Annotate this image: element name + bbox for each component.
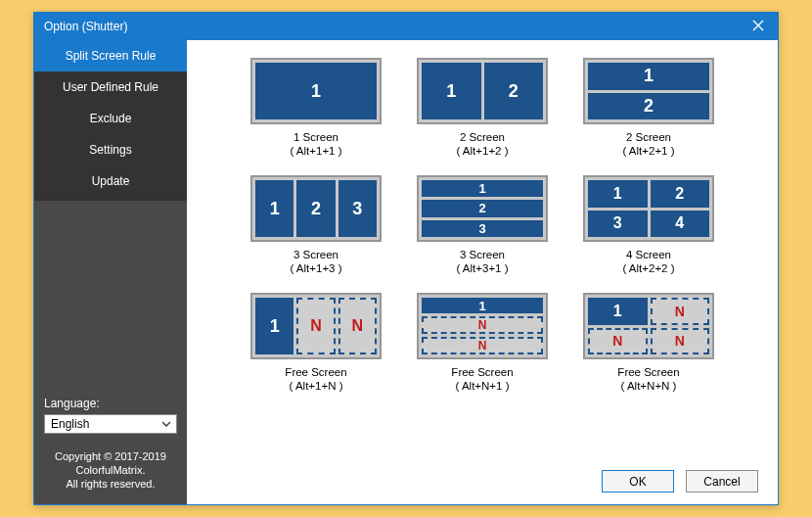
pane: 2 <box>588 93 709 120</box>
pane: 1 <box>588 180 648 208</box>
rule-diagram: 1 N N N <box>583 293 714 359</box>
pane-free: N <box>296 298 335 354</box>
rule-shortcut: ( Alt+N+1 ) <box>451 379 513 393</box>
rule-item-2screen-h[interactable]: 1 2 2 Screen ( Alt+1+2 ) <box>408 58 557 158</box>
copyright-line: Copyright © 2017-2019 <box>44 449 177 463</box>
pane: 1 <box>255 63 377 119</box>
sidebar-item-label: Update <box>92 174 130 188</box>
window-title: Option (Shutter) <box>44 20 739 33</box>
rule-caption: Free Screen ( Alt+N+1 ) <box>451 365 513 393</box>
pane: 3 <box>588 211 648 238</box>
rule-caption: 2 Screen ( Alt+2+1 ) <box>622 130 674 158</box>
rule-item-3screen-v[interactable]: 1 2 3 3 Screen ( Alt+3+1 ) <box>408 175 557 275</box>
pane-free: N <box>422 337 543 354</box>
sidebar: Split Screen Rule User Defined Rule Excl… <box>34 40 187 504</box>
rule-caption: 4 Screen ( Alt+2+2 ) <box>622 248 674 275</box>
chevron-down-icon <box>160 418 172 430</box>
language-value: English <box>51 417 89 431</box>
rule-diagram: 1 <box>250 58 382 124</box>
rule-title: Free Screen <box>617 365 679 379</box>
rule-caption: Free Screen ( Alt+1+N ) <box>285 365 346 393</box>
rule-item-free-1n[interactable]: 1 N N Free Screen ( Alt+1+N ) <box>242 293 390 393</box>
rule-diagram: 1 2 3 <box>250 175 382 242</box>
rule-shortcut: ( Alt+N+N ) <box>617 379 679 393</box>
sidebar-nav: Split Screen Rule User Defined Rule Excl… <box>34 40 187 201</box>
close-button[interactable] <box>739 13 778 40</box>
pane: 3 <box>338 180 377 237</box>
rule-item-free-n1[interactable]: 1 N N Free Screen ( Alt+N+1 ) <box>408 293 557 393</box>
copyright-line: ColorfulMatrix. <box>44 463 177 477</box>
rule-item-3screen-h[interactable]: 1 2 3 3 Screen ( Alt+1+3 ) <box>242 175 390 275</box>
pane: 1 <box>255 180 293 237</box>
ok-button[interactable]: OK <box>602 470 674 493</box>
pane: 1 <box>422 180 543 197</box>
option-window: Option (Shutter) Split Screen Rule User … <box>33 12 779 505</box>
rule-item-1screen[interactable]: 1 1 Screen ( Alt+1+1 ) <box>242 58 390 158</box>
pane: 3 <box>422 220 543 237</box>
rule-title: Free Screen <box>285 365 346 379</box>
pane: 2 <box>296 180 335 237</box>
sidebar-item-label: Settings <box>89 143 131 157</box>
rule-grid: 1 1 Screen ( Alt+1+1 ) 1 2 2 Screen <box>208 58 756 393</box>
rule-shortcut: ( Alt+1+1 ) <box>290 144 341 158</box>
rule-caption: 3 Screen ( Alt+1+3 ) <box>290 248 341 275</box>
sidebar-item-split-rule[interactable]: Split Screen Rule <box>34 40 187 71</box>
sidebar-item-settings[interactable]: Settings <box>34 134 187 165</box>
cancel-button[interactable]: Cancel <box>686 470 758 493</box>
pane-free: N <box>651 298 710 325</box>
rule-shortcut: ( Alt+2+1 ) <box>622 144 674 158</box>
rule-title: Free Screen <box>451 365 513 379</box>
rule-caption: 3 Screen ( Alt+3+1 ) <box>456 248 508 275</box>
pane-free: N <box>588 328 648 355</box>
rule-caption: Free Screen ( Alt+N+N ) <box>617 365 679 393</box>
pane: 2 <box>651 180 710 208</box>
copyright: Copyright © 2017-2019 ColorfulMatrix. Al… <box>44 449 177 491</box>
sidebar-item-update[interactable]: Update <box>34 165 187 197</box>
window-body: Split Screen Rule User Defined Rule Excl… <box>34 40 778 504</box>
rule-shortcut: ( Alt+2+2 ) <box>622 261 674 275</box>
rule-title: 2 Screen <box>622 130 674 144</box>
rule-diagram: 1 N N <box>250 293 382 359</box>
pane: 1 <box>422 63 481 119</box>
rule-caption: 2 Screen ( Alt+1+2 ) <box>456 130 508 158</box>
main-panel: 1 1 Screen ( Alt+1+1 ) 1 2 2 Screen <box>187 40 778 504</box>
pane-free: N <box>338 298 377 354</box>
rule-item-4screen[interactable]: 1 2 3 4 4 Screen ( Alt+2+2 ) <box>574 175 723 275</box>
pane: 1 <box>422 298 543 313</box>
rule-diagram: 1 2 3 <box>417 175 548 242</box>
pane: 1 <box>588 298 648 325</box>
pane: 4 <box>651 211 710 238</box>
rule-diagram: 1 2 <box>583 58 714 124</box>
rule-diagram: 1 2 3 4 <box>583 175 714 242</box>
rule-shortcut: ( Alt+1+2 ) <box>456 144 508 158</box>
rule-item-free-nn[interactable]: 1 N N N Free Screen ( Alt+N+N ) <box>574 293 723 393</box>
pane-free: N <box>651 328 710 355</box>
sidebar-item-label: Exclude <box>90 112 132 125</box>
rule-shortcut: ( Alt+3+1 ) <box>456 261 508 275</box>
sidebar-spacer <box>34 201 187 387</box>
pane: 2 <box>422 200 543 216</box>
close-icon <box>752 19 764 34</box>
sidebar-bottom: Language: English Copyright © 2017-2019 … <box>34 387 187 504</box>
pane: 1 <box>255 298 293 354</box>
language-select[interactable]: English <box>44 414 177 434</box>
copyright-line: All rights reserved. <box>44 477 177 491</box>
rule-title: 1 Screen <box>290 130 341 144</box>
pane: 2 <box>484 63 544 119</box>
sidebar-item-exclude[interactable]: Exclude <box>34 103 187 134</box>
rule-shortcut: ( Alt+1+N ) <box>285 379 346 393</box>
rule-diagram: 1 2 <box>417 58 548 124</box>
sidebar-item-user-rule[interactable]: User Defined Rule <box>34 71 187 103</box>
rule-caption: 1 Screen ( Alt+1+1 ) <box>290 130 341 158</box>
pane-free: N <box>422 316 543 334</box>
rule-title: 4 Screen <box>622 248 674 261</box>
rule-title: 3 Screen <box>456 248 508 261</box>
rule-diagram: 1 N N <box>417 293 548 359</box>
sidebar-item-label: Split Screen Rule <box>66 49 157 63</box>
pane: 1 <box>588 63 709 90</box>
rule-title: 3 Screen <box>290 248 341 261</box>
rule-item-2screen-v[interactable]: 1 2 2 Screen ( Alt+2+1 ) <box>574 58 723 158</box>
sidebar-item-label: User Defined Rule <box>63 80 158 94</box>
language-label: Language: <box>44 397 177 410</box>
rule-title: 2 Screen <box>456 130 508 144</box>
